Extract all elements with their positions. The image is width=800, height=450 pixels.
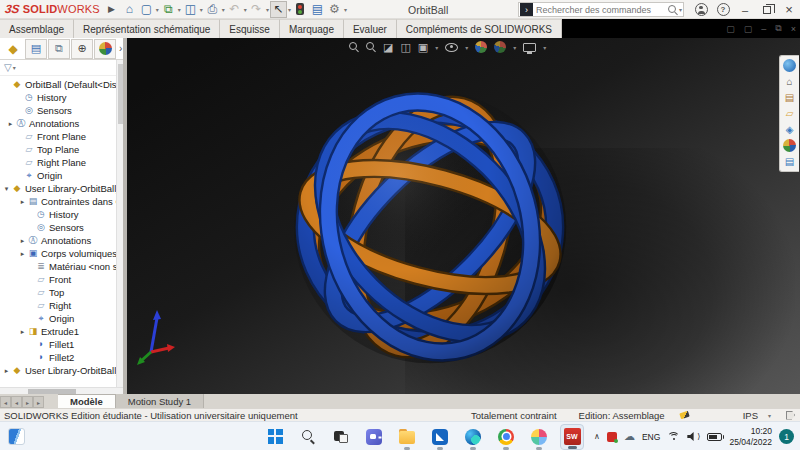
open-caret[interactable]: ▾ bbox=[178, 6, 181, 13]
close-button[interactable]: × bbox=[778, 0, 800, 19]
tab-nav-first[interactable]: ◂ bbox=[0, 396, 11, 408]
tab-nav-last[interactable]: ▸ bbox=[33, 396, 44, 408]
tab-featuremanager-tree[interactable]: ▤ bbox=[25, 39, 47, 59]
view-settings-icon[interactable] bbox=[523, 43, 536, 52]
search-icon[interactable] bbox=[668, 5, 678, 15]
solidworks-resources-icon[interactable]: ⌂ bbox=[783, 75, 797, 88]
tree-item-mates[interactable]: ▸▤Contraintes dans O bbox=[0, 195, 123, 208]
clock[interactable]: 10:2025/04/2022 bbox=[729, 426, 772, 447]
save-button[interactable]: ◫ bbox=[182, 1, 199, 18]
doc-panel-icon[interactable]: ▢ bbox=[726, 24, 735, 34]
taskbar-search-button[interactable] bbox=[296, 424, 320, 450]
print-caret[interactable]: ▾ bbox=[222, 6, 225, 13]
tab-model[interactable]: Modèle bbox=[58, 394, 116, 408]
tree-horizontal-scrollbar[interactable] bbox=[0, 387, 123, 394]
tab-representation-schematique[interactable]: Représentation schématique bbox=[74, 19, 220, 38]
tree-item-top[interactable]: ▱Top bbox=[0, 286, 123, 299]
display-style-caret[interactable]: ▾ bbox=[435, 44, 438, 51]
onedrive-icon[interactable]: ☁ bbox=[624, 430, 635, 443]
unit-system[interactable]: IPS bbox=[743, 410, 758, 421]
snip-app-button[interactable] bbox=[428, 424, 452, 450]
tab-marquage[interactable]: Marquage bbox=[280, 19, 344, 38]
menu-expand-arrow[interactable]: ▶ bbox=[108, 4, 115, 14]
help-button[interactable]: ? bbox=[712, 0, 734, 19]
tree-item-solid-bodies[interactable]: ▸▣Corps volumiques( bbox=[0, 247, 123, 260]
tab-propertymanager[interactable]: ⧉ bbox=[48, 39, 70, 59]
expander-icon[interactable]: ▾ bbox=[2, 185, 11, 193]
command-search[interactable]: › ▾ bbox=[518, 2, 684, 17]
tree-filter[interactable]: ▽ ▾ bbox=[0, 60, 123, 76]
properties-button[interactable]: ▤ bbox=[309, 1, 326, 18]
tab-evaluer[interactable]: Evaluer bbox=[344, 19, 397, 38]
search-input[interactable] bbox=[536, 5, 668, 15]
hide-show-caret[interactable]: ▾ bbox=[465, 44, 468, 51]
tab-nav-prev[interactable]: ◂ bbox=[11, 396, 22, 408]
widgets-icon[interactable] bbox=[8, 428, 25, 445]
tree-item-component2[interactable]: ▸◆User Library-OrbitBall_O bbox=[0, 364, 123, 377]
tree-item-top-plane[interactable]: ▱Top Plane bbox=[0, 143, 123, 156]
tab-nav-next[interactable]: ▸ bbox=[22, 396, 33, 408]
doc-minimize-icon[interactable]: – bbox=[761, 24, 766, 34]
zoom-to-area-icon[interactable] bbox=[366, 42, 376, 52]
expander-icon[interactable]: ▸ bbox=[2, 367, 11, 375]
tree-item-component[interactable]: ▾◆User Library-OrbitBall_O bbox=[0, 182, 123, 195]
expander-icon[interactable]: ▸ bbox=[18, 328, 27, 336]
photos-button[interactable] bbox=[527, 424, 551, 450]
display-style-icon[interactable]: ▣ bbox=[418, 42, 428, 53]
tree-item-origin2[interactable]: ⌖Origin bbox=[0, 312, 123, 325]
tree-item-fillet2[interactable]: ◗Fillet2 bbox=[0, 351, 123, 364]
tree-item-front[interactable]: ▱Front bbox=[0, 273, 123, 286]
section-view-icon[interactable]: ◪ bbox=[383, 42, 393, 53]
chat-button[interactable] bbox=[362, 424, 386, 450]
battery-icon[interactable] bbox=[707, 433, 722, 441]
doc-close-icon[interactable]: × bbox=[791, 24, 796, 34]
doc-restore-icon[interactable]: ⧉ bbox=[775, 23, 781, 34]
tree-item-fillet1[interactable]: ◗Fillet1 bbox=[0, 338, 123, 351]
tree-item-sensors2[interactable]: ◎Sensors bbox=[0, 221, 123, 234]
view-settings-caret[interactable]: ▾ bbox=[543, 44, 546, 51]
graphics-viewport[interactable]: ◪ ◫ ▣ ▾ ▾ ▾ ▾ ⌂ ▤ ▱ ◈ ▤ bbox=[127, 38, 800, 394]
tree-item-extrude1[interactable]: ▸◨Extrude1 bbox=[0, 325, 123, 338]
tag-icon[interactable] bbox=[786, 411, 795, 420]
appearances-icon[interactable]: ◈ bbox=[783, 123, 797, 136]
options-caret[interactable]: ▾ bbox=[344, 6, 347, 13]
unit-caret[interactable]: ▾ bbox=[768, 412, 771, 419]
tree-vertical-scrollbar[interactable] bbox=[116, 60, 123, 387]
design-library-icon[interactable]: ▤ bbox=[783, 91, 797, 104]
search-caret[interactable]: ▾ bbox=[679, 6, 682, 13]
expander-icon[interactable]: ▸ bbox=[6, 120, 15, 128]
open-button[interactable]: ⧉ bbox=[160, 1, 177, 18]
zoom-to-fit-icon[interactable] bbox=[349, 42, 359, 52]
tree-item-annotations[interactable]: ▸ⒶAnnotations bbox=[0, 117, 123, 130]
wifi-icon[interactable] bbox=[667, 432, 680, 442]
doc-panel2-icon[interactable]: ▢ bbox=[744, 24, 753, 34]
tree-item-history2[interactable]: ◷History bbox=[0, 208, 123, 221]
tree-item-right-plane[interactable]: ▱Right Plane bbox=[0, 156, 123, 169]
expander-icon[interactable]: ▸ bbox=[18, 250, 27, 258]
redo-caret[interactable]: ▾ bbox=[266, 6, 269, 13]
notification-badge[interactable]: 1 bbox=[779, 429, 794, 444]
tree-item-annotations2[interactable]: ▸ⒶAnnotations bbox=[0, 234, 123, 247]
restore-button[interactable] bbox=[756, 0, 778, 19]
solidworks-taskbar-button[interactable]: SW bbox=[560, 424, 584, 450]
select-caret[interactable]: ▾ bbox=[288, 6, 291, 13]
hidden-icons-chevron[interactable]: ∧ bbox=[594, 432, 600, 441]
filter-caret[interactable]: ▾ bbox=[13, 64, 16, 71]
tab-displaymanager[interactable] bbox=[94, 39, 116, 59]
apply-scene-icon[interactable] bbox=[494, 41, 506, 53]
hide-show-items-icon[interactable] bbox=[445, 43, 458, 52]
new-caret[interactable]: ▾ bbox=[156, 6, 159, 13]
print-button[interactable]: ⎙ bbox=[204, 1, 221, 18]
tree-item-right[interactable]: ▱Right bbox=[0, 299, 123, 312]
orbitball-model[interactable] bbox=[285, 82, 575, 372]
tab-assemblage[interactable]: Assemblage bbox=[0, 19, 74, 38]
tree-item-origin[interactable]: ⌖Origin bbox=[0, 169, 123, 182]
options-gear-button[interactable]: ⚙ bbox=[326, 1, 343, 18]
undo-button[interactable]: ↶ bbox=[226, 1, 243, 18]
tree-item-history[interactable]: ◷History bbox=[0, 91, 123, 104]
minimize-button[interactable]: – bbox=[734, 0, 756, 19]
select-tool-button[interactable]: ↖ bbox=[270, 1, 287, 18]
start-button[interactable] bbox=[263, 424, 287, 450]
chrome-button[interactable] bbox=[494, 424, 518, 450]
save-caret[interactable]: ▾ bbox=[200, 6, 203, 13]
